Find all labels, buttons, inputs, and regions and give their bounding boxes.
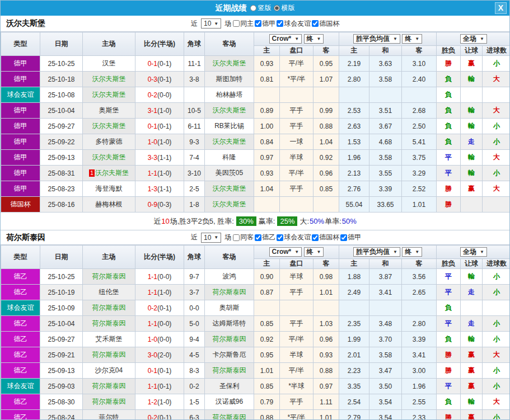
fulltime-select[interactable]: 全场▼ — [460, 34, 487, 44]
handicap-line: 一球 — [280, 134, 314, 150]
home-team: 沃尔夫斯堡 — [83, 87, 135, 103]
filter-checkbox[interactable]: 德乙 — [255, 233, 275, 242]
filter-checkbox[interactable]: 德甲 — [340, 233, 361, 242]
table-row: 德乙25-08-30荷尔斯泰因1-2(1-0)1-5汉诺威960.79平手1.1… — [1, 394, 510, 410]
filter-checkbox-input[interactable] — [277, 234, 283, 241]
radio-vertical[interactable]: 竖版 — [250, 3, 272, 13]
away-team: 沃尔夫斯堡 — [205, 197, 254, 213]
table-row: 德乙25-10-25荷尔斯泰因1-1(0-0)9-7波鸿0.90半球0.981.… — [1, 269, 510, 285]
result-goals: 大 — [483, 150, 510, 166]
radio-horizontal[interactable]: 横版 — [274, 3, 295, 13]
odds-stage-select[interactable]: 终▼ — [304, 34, 324, 44]
filter-checkbox-input[interactable] — [233, 20, 240, 27]
match-date: 25-09-21 — [40, 347, 83, 363]
league-badge: 德乙 — [1, 363, 40, 379]
score: 0-9(0-3) — [135, 197, 184, 213]
filter-checkbox-input[interactable] — [312, 234, 319, 241]
home-team: 荷尔斯泰因 — [83, 269, 135, 285]
handicap-line: 平/半 — [280, 166, 314, 181]
result-goals: 小 — [483, 166, 510, 181]
score: 3-0(2-0) — [135, 347, 184, 363]
odds-away: 1.07 — [314, 72, 339, 87]
filter-checkbox-input[interactable] — [233, 234, 240, 241]
filter-checkbox[interactable]: 球会友谊 — [277, 233, 311, 242]
avg-home: 2.54 — [339, 394, 369, 410]
avg-select[interactable]: 胜平负均值▼ — [353, 247, 400, 257]
odds-away: 0.96 — [314, 166, 339, 181]
filter-checkbox-input[interactable] — [255, 234, 261, 241]
filter-checkbox-input[interactable] — [340, 234, 347, 241]
odds-home: 0.85 — [254, 379, 280, 394]
odds-away — [314, 300, 339, 316]
odds-stage-select[interactable]: 终▼ — [304, 247, 324, 257]
close-icon[interactable]: X — [495, 2, 507, 14]
score: 3-1(1-0) — [135, 103, 184, 119]
layout-radio-group: 竖版 横版 — [250, 3, 295, 13]
away-team: 波鸿 — [205, 269, 254, 285]
avg-stage-select[interactable]: 终▼ — [402, 34, 422, 44]
avg-away: 3.10 — [402, 56, 437, 72]
radio-vertical-input[interactable] — [250, 5, 256, 11]
filter-checkbox-input[interactable] — [255, 20, 261, 27]
score: 0-2(0-1) — [135, 410, 184, 420]
away-team: 沃尔夫斯堡 — [205, 181, 254, 197]
filter-checkbox-label: 德国杯 — [319, 19, 339, 29]
avg-draw — [369, 87, 402, 103]
filter-checkbox[interactable]: 同主 — [233, 19, 254, 29]
filter-checkbox-input[interactable] — [312, 20, 319, 27]
summary-text: 近 — [153, 216, 161, 226]
odds-home: 1.04 — [254, 181, 280, 197]
bookmaker-select[interactable]: Crow*▼ — [269, 34, 302, 44]
avg-stage-select[interactable]: 终▼ — [402, 247, 422, 257]
avg-draw: 3.51 — [369, 103, 402, 119]
odds-home: 1.00 — [254, 119, 280, 134]
table-row: 德乙25-10-04荷尔斯泰因1-1(0-0)5-0达姆斯塔特0.85平手1.0… — [1, 316, 510, 332]
result-handicap: 赢 — [461, 379, 483, 394]
corners: 2-5 — [184, 181, 205, 197]
odds-home: 0.95 — [254, 347, 280, 363]
avg-draw: 3.50 — [369, 379, 402, 394]
avg-home: 2.23 — [339, 363, 369, 379]
avg-away: 2.55 — [402, 394, 437, 410]
league-badge: 德甲 — [1, 150, 40, 166]
odds-away: 1.01 — [314, 410, 339, 420]
filter-checkbox-input[interactable] — [277, 20, 283, 27]
corners: 3-8 — [184, 72, 205, 87]
filter-checkbox[interactable]: 德国杯 — [312, 233, 339, 242]
filter-checkbox[interactable]: 球会友谊 — [277, 19, 311, 29]
filter-checkbox[interactable]: 同客 — [233, 233, 254, 242]
odds-home: 0.88 — [254, 410, 280, 420]
table-row: 德乙25-09-21荷尔斯泰因3-0(2-0)4-5卡尔斯鲁厄0.95半球0.9… — [1, 347, 510, 363]
chevron-down-icon: ▼ — [317, 36, 321, 41]
corners: 0-2 — [184, 379, 205, 394]
avg-home: 1.96 — [339, 150, 369, 166]
away-team: 达姆斯塔特 — [205, 316, 254, 332]
away-team: 沃尔夫斯堡 — [205, 56, 254, 72]
bookmaker-select[interactable]: Crow*▼ — [269, 247, 302, 257]
filter-checkbox[interactable]: 德国杯 — [312, 19, 339, 29]
corners: 7-4 — [184, 150, 205, 166]
league-badge: 德甲 — [1, 72, 40, 87]
filter-checkbox[interactable]: 德甲 — [255, 19, 275, 29]
match-count-select[interactable]: 10▼ — [201, 233, 221, 243]
match-count-select[interactable]: 10▼ — [201, 18, 221, 29]
radio-horizontal-input[interactable] — [274, 5, 280, 11]
fulltime-select[interactable]: 全场▼ — [460, 247, 487, 257]
avg-draw: 3.41 — [369, 285, 402, 300]
avg-select[interactable]: 胜平负均值▼ — [353, 34, 400, 44]
result-wdl: 平 — [437, 166, 461, 181]
avg-draw: 3.87 — [369, 269, 402, 285]
handicap-line — [280, 197, 314, 213]
away-team: 奥胡斯 — [205, 300, 254, 316]
result-handicap: 輸 — [461, 394, 483, 410]
handicap-line: 平手 — [280, 103, 314, 119]
avg-away — [402, 300, 437, 316]
match-date: 25-10-19 — [40, 285, 83, 300]
match-date: 25-10-25 — [40, 269, 83, 285]
score: 3-3(1-1) — [135, 150, 184, 166]
corners: 9-3 — [184, 134, 205, 150]
score: 1-3(1-1) — [135, 181, 184, 197]
near-label: 近 — [191, 233, 198, 242]
avg-home: 2.35 — [339, 316, 369, 332]
home-team: 纽伦堡 — [83, 285, 135, 300]
